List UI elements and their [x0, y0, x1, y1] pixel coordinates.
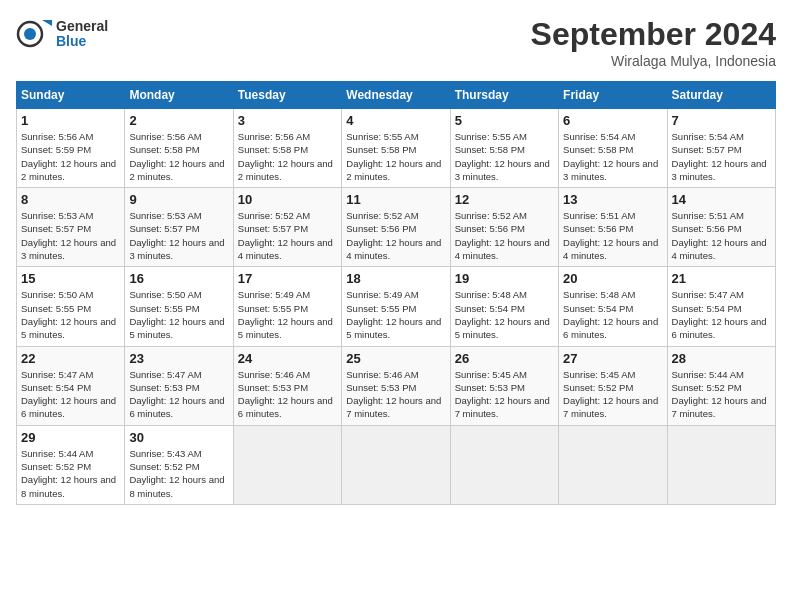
day-number: 26: [455, 351, 554, 366]
day-number: 13: [563, 192, 662, 207]
calendar-cell: 29 Sunrise: 5:44 AM Sunset: 5:52 PM Dayl…: [17, 425, 125, 504]
calendar-cell: [559, 425, 667, 504]
day-info: Sunrise: 5:53 AM Sunset: 5:57 PM Dayligh…: [21, 209, 120, 262]
day-info: Sunrise: 5:52 AM Sunset: 5:56 PM Dayligh…: [455, 209, 554, 262]
day-info: Sunrise: 5:45 AM Sunset: 5:52 PM Dayligh…: [563, 368, 662, 421]
calendar-cell: 6 Sunrise: 5:54 AM Sunset: 5:58 PM Dayli…: [559, 109, 667, 188]
calendar-cell: 11 Sunrise: 5:52 AM Sunset: 5:56 PM Dayl…: [342, 188, 450, 267]
day-info: Sunrise: 5:48 AM Sunset: 5:54 PM Dayligh…: [563, 288, 662, 341]
calendar-cell: 27 Sunrise: 5:45 AM Sunset: 5:52 PM Dayl…: [559, 346, 667, 425]
logo: General Blue: [16, 16, 108, 52]
calendar-cell: 4 Sunrise: 5:55 AM Sunset: 5:58 PM Dayli…: [342, 109, 450, 188]
day-number: 30: [129, 430, 228, 445]
day-number: 6: [563, 113, 662, 128]
day-info: Sunrise: 5:50 AM Sunset: 5:55 PM Dayligh…: [129, 288, 228, 341]
day-number: 5: [455, 113, 554, 128]
day-number: 7: [672, 113, 771, 128]
day-info: Sunrise: 5:46 AM Sunset: 5:53 PM Dayligh…: [238, 368, 337, 421]
col-header-friday: Friday: [559, 82, 667, 109]
calendar-cell: 24 Sunrise: 5:46 AM Sunset: 5:53 PM Dayl…: [233, 346, 341, 425]
day-info: Sunrise: 5:52 AM Sunset: 5:56 PM Dayligh…: [346, 209, 445, 262]
day-info: Sunrise: 5:49 AM Sunset: 5:55 PM Dayligh…: [238, 288, 337, 341]
calendar-table: SundayMondayTuesdayWednesdayThursdayFrid…: [16, 81, 776, 505]
day-number: 14: [672, 192, 771, 207]
day-number: 27: [563, 351, 662, 366]
day-number: 8: [21, 192, 120, 207]
day-number: 20: [563, 271, 662, 286]
day-info: Sunrise: 5:47 AM Sunset: 5:54 PM Dayligh…: [21, 368, 120, 421]
day-number: 9: [129, 192, 228, 207]
day-info: Sunrise: 5:44 AM Sunset: 5:52 PM Dayligh…: [672, 368, 771, 421]
day-info: Sunrise: 5:56 AM Sunset: 5:58 PM Dayligh…: [238, 130, 337, 183]
day-info: Sunrise: 5:54 AM Sunset: 5:57 PM Dayligh…: [672, 130, 771, 183]
day-number: 11: [346, 192, 445, 207]
calendar-cell: 5 Sunrise: 5:55 AM Sunset: 5:58 PM Dayli…: [450, 109, 558, 188]
header-row: SundayMondayTuesdayWednesdayThursdayFrid…: [17, 82, 776, 109]
col-header-monday: Monday: [125, 82, 233, 109]
day-number: 29: [21, 430, 120, 445]
calendar-cell: 25 Sunrise: 5:46 AM Sunset: 5:53 PM Dayl…: [342, 346, 450, 425]
calendar-cell: [667, 425, 775, 504]
logo-icon: [16, 16, 52, 52]
calendar-cell: 2 Sunrise: 5:56 AM Sunset: 5:58 PM Dayli…: [125, 109, 233, 188]
day-number: 28: [672, 351, 771, 366]
day-number: 19: [455, 271, 554, 286]
day-number: 21: [672, 271, 771, 286]
calendar-cell: 13 Sunrise: 5:51 AM Sunset: 5:56 PM Dayl…: [559, 188, 667, 267]
calendar-cell: 30 Sunrise: 5:43 AM Sunset: 5:52 PM Dayl…: [125, 425, 233, 504]
day-info: Sunrise: 5:49 AM Sunset: 5:55 PM Dayligh…: [346, 288, 445, 341]
day-number: 3: [238, 113, 337, 128]
day-number: 17: [238, 271, 337, 286]
day-info: Sunrise: 5:47 AM Sunset: 5:53 PM Dayligh…: [129, 368, 228, 421]
logo-text: General Blue: [56, 19, 108, 50]
calendar-cell: 26 Sunrise: 5:45 AM Sunset: 5:53 PM Dayl…: [450, 346, 558, 425]
day-info: Sunrise: 5:55 AM Sunset: 5:58 PM Dayligh…: [346, 130, 445, 183]
title-block: September 2024 Wiralaga Mulya, Indonesia: [531, 16, 776, 69]
day-info: Sunrise: 5:51 AM Sunset: 5:56 PM Dayligh…: [672, 209, 771, 262]
calendar-cell: 19 Sunrise: 5:48 AM Sunset: 5:54 PM Dayl…: [450, 267, 558, 346]
calendar-cell: 18 Sunrise: 5:49 AM Sunset: 5:55 PM Dayl…: [342, 267, 450, 346]
calendar-row-3: 15 Sunrise: 5:50 AM Sunset: 5:55 PM Dayl…: [17, 267, 776, 346]
calendar-row-1: 1 Sunrise: 5:56 AM Sunset: 5:59 PM Dayli…: [17, 109, 776, 188]
day-info: Sunrise: 5:45 AM Sunset: 5:53 PM Dayligh…: [455, 368, 554, 421]
calendar-cell: 15 Sunrise: 5:50 AM Sunset: 5:55 PM Dayl…: [17, 267, 125, 346]
day-info: Sunrise: 5:44 AM Sunset: 5:52 PM Dayligh…: [21, 447, 120, 500]
page-header: General Blue September 2024 Wiralaga Mul…: [16, 16, 776, 69]
col-header-saturday: Saturday: [667, 82, 775, 109]
calendar-cell: 20 Sunrise: 5:48 AM Sunset: 5:54 PM Dayl…: [559, 267, 667, 346]
day-number: 12: [455, 192, 554, 207]
day-info: Sunrise: 5:48 AM Sunset: 5:54 PM Dayligh…: [455, 288, 554, 341]
day-info: Sunrise: 5:52 AM Sunset: 5:57 PM Dayligh…: [238, 209, 337, 262]
calendar-cell: 16 Sunrise: 5:50 AM Sunset: 5:55 PM Dayl…: [125, 267, 233, 346]
day-info: Sunrise: 5:56 AM Sunset: 5:58 PM Dayligh…: [129, 130, 228, 183]
day-number: 1: [21, 113, 120, 128]
col-header-wednesday: Wednesday: [342, 82, 450, 109]
calendar-cell: 10 Sunrise: 5:52 AM Sunset: 5:57 PM Dayl…: [233, 188, 341, 267]
day-number: 15: [21, 271, 120, 286]
day-info: Sunrise: 5:43 AM Sunset: 5:52 PM Dayligh…: [129, 447, 228, 500]
day-info: Sunrise: 5:53 AM Sunset: 5:57 PM Dayligh…: [129, 209, 228, 262]
day-info: Sunrise: 5:51 AM Sunset: 5:56 PM Dayligh…: [563, 209, 662, 262]
svg-point-1: [24, 28, 36, 40]
calendar-cell: [342, 425, 450, 504]
month-title: September 2024: [531, 16, 776, 53]
day-number: 23: [129, 351, 228, 366]
day-info: Sunrise: 5:55 AM Sunset: 5:58 PM Dayligh…: [455, 130, 554, 183]
day-number: 18: [346, 271, 445, 286]
subtitle: Wiralaga Mulya, Indonesia: [531, 53, 776, 69]
day-number: 16: [129, 271, 228, 286]
calendar-cell: 21 Sunrise: 5:47 AM Sunset: 5:54 PM Dayl…: [667, 267, 775, 346]
calendar-cell: 3 Sunrise: 5:56 AM Sunset: 5:58 PM Dayli…: [233, 109, 341, 188]
day-number: 10: [238, 192, 337, 207]
svg-marker-2: [42, 20, 52, 26]
calendar-cell: [233, 425, 341, 504]
calendar-cell: [450, 425, 558, 504]
calendar-cell: 1 Sunrise: 5:56 AM Sunset: 5:59 PM Dayli…: [17, 109, 125, 188]
day-number: 4: [346, 113, 445, 128]
calendar-cell: 22 Sunrise: 5:47 AM Sunset: 5:54 PM Dayl…: [17, 346, 125, 425]
logo-container: General Blue: [16, 16, 108, 52]
calendar-row-4: 22 Sunrise: 5:47 AM Sunset: 5:54 PM Dayl…: [17, 346, 776, 425]
day-info: Sunrise: 5:46 AM Sunset: 5:53 PM Dayligh…: [346, 368, 445, 421]
day-number: 24: [238, 351, 337, 366]
day-info: Sunrise: 5:47 AM Sunset: 5:54 PM Dayligh…: [672, 288, 771, 341]
